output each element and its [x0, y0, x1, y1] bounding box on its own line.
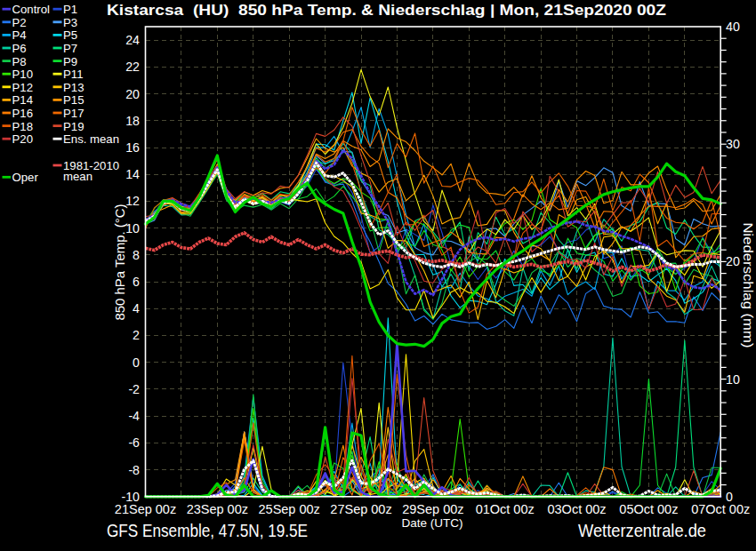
svg-text:P11: P11	[63, 68, 84, 81]
svg-text:P15: P15	[63, 93, 84, 107]
svg-text:27Sep 00z: 27Sep 00z	[330, 502, 391, 516]
svg-text:Oper: Oper	[12, 171, 39, 184]
svg-text:Kistarcsa (HU) 850 hPa Temp.: Kistarcsa (HU) 850 hPa Temp. & Niedersch…	[107, 2, 666, 19]
svg-text:05Oct 00z: 05Oct 00z	[619, 502, 678, 516]
svg-text:P3: P3	[63, 16, 77, 29]
svg-text:10: 10	[726, 372, 740, 387]
svg-text:6: 6	[133, 275, 140, 289]
svg-text:07Oct 00z: 07Oct 00z	[691, 502, 750, 516]
svg-text:20: 20	[726, 254, 740, 268]
svg-text:Wetterzentrale.de: Wetterzentrale.de	[578, 520, 706, 540]
svg-text:-2: -2	[128, 382, 140, 396]
svg-text:P14: P14	[12, 93, 33, 107]
svg-text:4: 4	[133, 301, 140, 315]
svg-text:P20: P20	[12, 132, 33, 146]
svg-text:-4: -4	[128, 409, 140, 423]
svg-text:P13: P13	[63, 81, 84, 94]
svg-text:P2: P2	[12, 16, 27, 29]
svg-text:850 hPa Temp. (°C): 850 hPa Temp. (°C)	[113, 204, 127, 321]
svg-text:P8: P8	[12, 55, 27, 68]
svg-text:10: 10	[125, 221, 140, 236]
svg-text:GFS Ensemble, 47.5N, 19.5E: GFS Ensemble, 47.5N, 19.5E	[107, 520, 308, 540]
svg-text:40: 40	[726, 20, 740, 34]
svg-text:21Sep 00z: 21Sep 00z	[115, 502, 176, 516]
svg-text:P4: P4	[12, 28, 27, 42]
svg-text:mean: mean	[63, 170, 92, 183]
svg-text:Niederschlag (mm): Niederschlag (mm)	[741, 223, 755, 348]
svg-text:P16: P16	[12, 107, 33, 120]
svg-text:P9: P9	[63, 55, 77, 68]
svg-text:P10: P10	[12, 68, 33, 81]
svg-text:16: 16	[125, 140, 140, 155]
svg-text:29Sep 00z: 29Sep 00z	[402, 502, 463, 516]
svg-text:P6: P6	[12, 42, 27, 55]
svg-text:P7: P7	[63, 42, 77, 55]
svg-text:P17: P17	[63, 107, 84, 120]
svg-text:01Oct 00z: 01Oct 00z	[476, 502, 535, 516]
svg-text:12: 12	[125, 194, 140, 208]
svg-text:24: 24	[125, 33, 140, 47]
svg-text:P1: P1	[63, 3, 77, 16]
svg-text:30: 30	[726, 137, 740, 151]
svg-text:23Sep 00z: 23Sep 00z	[187, 502, 248, 516]
svg-text:14: 14	[125, 167, 140, 181]
svg-text:25Sep 00z: 25Sep 00z	[259, 502, 320, 516]
svg-text:18: 18	[125, 114, 140, 128]
svg-text:8: 8	[133, 248, 140, 262]
svg-text:P12: P12	[12, 81, 33, 94]
svg-text:Control: Control	[12, 3, 51, 16]
svg-text:P18: P18	[12, 120, 33, 133]
svg-text:P19: P19	[63, 120, 84, 133]
svg-text:Date (UTC): Date (UTC)	[401, 516, 462, 530]
svg-text:03Oct 00z: 03Oct 00z	[547, 502, 606, 516]
svg-text:-6: -6	[128, 435, 140, 450]
svg-text:0: 0	[133, 355, 140, 370]
svg-text:22: 22	[125, 60, 140, 74]
svg-text:P5: P5	[63, 28, 77, 42]
svg-text:2: 2	[133, 328, 140, 342]
svg-text:Ens. mean: Ens. mean	[63, 132, 119, 146]
svg-text:-8: -8	[128, 463, 140, 477]
svg-text:20: 20	[125, 87, 140, 101]
